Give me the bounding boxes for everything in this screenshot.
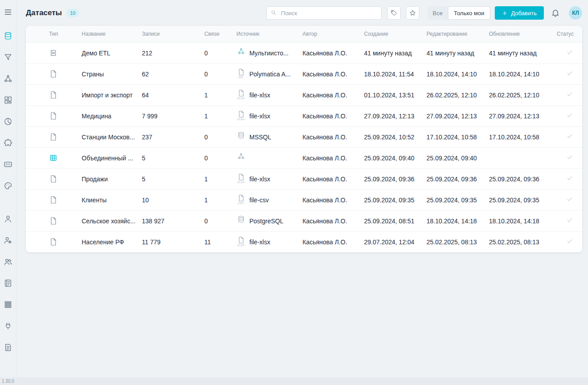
datasets-page: 1.30.0 Датасеты 10 Все Только мои [0, 0, 588, 385]
source-name: file-xlsx [249, 92, 270, 99]
updated-date: 25.09.2024, 09:35 [489, 189, 557, 210]
status-check-icon [566, 217, 573, 224]
notifications-button[interactable] [551, 8, 560, 17]
star-icon [409, 9, 416, 17]
page-header: Датасеты 10 Все Только мои [26, 0, 582, 26]
sidebar-item-user-settings[interactable] [3, 235, 13, 245]
file-icon [49, 175, 58, 183]
table-row[interactable]: Станции Москов... 237 0 MSSQL Касьянова … [26, 126, 582, 147]
puzzle-icon [4, 138, 12, 147]
user-icon [4, 214, 12, 223]
ownership-filter: Все Только мои [427, 6, 490, 20]
sidebar-item-profile[interactable] [3, 214, 13, 224]
sidebar-item-datasets[interactable] [3, 31, 13, 41]
tag-icon [390, 9, 398, 17]
multisource-icon [237, 47, 245, 55]
status-check-icon [566, 196, 573, 203]
source-file-extension: XLSX [236, 181, 245, 184]
sidebar-item-journal[interactable] [3, 278, 13, 288]
status-check-icon [566, 175, 573, 182]
dataset-author: Касьянова Л.О. [302, 210, 364, 231]
tags-filter-button[interactable] [387, 6, 401, 20]
column-header: Название [82, 26, 142, 42]
file-icon [49, 70, 58, 78]
layout-icon [4, 96, 12, 105]
table-row[interactable]: Демо ETL 212 0 Мультиисто... Касьянова Л… [26, 42, 582, 63]
sidebar-item-catalog[interactable] [3, 300, 13, 310]
table-row[interactable]: Клиенты 10 1 CSV file-csv Касьянова Л.О.… [26, 189, 582, 210]
dataset-records: 212 [142, 42, 204, 63]
source-icon-wrap: XLSX [236, 89, 245, 101]
favorites-filter-button[interactable] [406, 6, 419, 20]
table-row[interactable]: Импорт и экспорт 64 1 XLSX file-xlsx Кас… [26, 84, 582, 105]
created-date: 29.07.2024, 12:04 [364, 231, 427, 252]
edited-date: 18.10.2024, 14:18 [427, 210, 489, 231]
file-icon [237, 68, 245, 76]
add-dataset-button[interactable]: Добавить [495, 6, 544, 20]
sidebar-item-dashboards[interactable] [3, 95, 13, 105]
source-name: file-xlsx [249, 113, 270, 120]
dataset-links: 0 [204, 63, 236, 84]
status-check-icon [566, 238, 573, 245]
source-file-extension: CSV [236, 202, 245, 205]
source-icon-wrap [236, 152, 245, 164]
status-check-icon [566, 91, 573, 98]
search-input[interactable] [266, 6, 381, 20]
sidebar-item-filters[interactable] [3, 52, 13, 62]
table-row[interactable]: Объединенный ... 5 0 Касьянова Л.О. 25.0… [26, 147, 582, 168]
filter-mine-button[interactable]: Только мои [448, 6, 490, 20]
dataset-author: Касьянова Л.О. [302, 189, 364, 210]
filter-all-button[interactable]: Все [427, 6, 448, 20]
sidebar-item-themes[interactable] [3, 181, 13, 191]
created-date: 25.09.2024, 09:35 [364, 189, 427, 210]
plus-icon [502, 10, 508, 16]
merged-table-icon [49, 154, 58, 162]
updated-date: 18.10.2024, 14:18 [489, 210, 557, 231]
column-header: Редактирование [427, 26, 489, 42]
search-icon [270, 9, 277, 16]
edited-date: 25.09.2024, 09:40 [427, 147, 489, 168]
sidebar-item-svg-editor[interactable] [3, 159, 13, 169]
file-icon [49, 238, 58, 246]
sidebar-item-processes[interactable] [3, 74, 13, 84]
status-check-icon [566, 49, 573, 56]
grid-icon [4, 300, 12, 309]
table-row[interactable]: Сельское хозяйс... 138 927 0 PostgreSQL … [26, 210, 582, 231]
created-date: 25.09.2024, 10:52 [364, 126, 427, 147]
file-icon [237, 89, 245, 97]
header-actions: Все Только мои Добавить КЛ [266, 6, 582, 20]
dataset-links: 1 [204, 189, 236, 210]
dataset-name: Объединенный ... [82, 147, 142, 168]
table-row[interactable]: Население РФ 11 779 11 XLSX file-xlsx Ка… [26, 231, 582, 252]
dataset-links: 0 [204, 147, 236, 168]
dataset-name: Продажи [82, 168, 142, 189]
source-name: file-csv [249, 197, 269, 204]
file-icon [49, 133, 58, 141]
dataset-name: Страны [82, 63, 142, 84]
database-icon [4, 31, 12, 40]
dataset-links: 0 [204, 210, 236, 231]
users-icon [4, 257, 12, 266]
table-row[interactable]: Продажи 5 1 XLSX file-xlsx Касьянова Л.О… [26, 168, 582, 189]
hamburger-menu-icon [4, 8, 12, 17]
dataset-name: Демо ETL [82, 42, 142, 63]
database-icon [237, 215, 245, 223]
table-row[interactable]: Медицина 7 999 1 XLSX file-xlsx Касьянов… [26, 105, 582, 126]
sidebar-item-groups[interactable] [3, 257, 13, 267]
user-gear-icon [4, 236, 12, 245]
sidebar-item-connections[interactable] [3, 321, 13, 331]
sidebar-item-logs[interactable] [3, 343, 13, 352]
dataset-records: 64 [142, 84, 204, 105]
column-header: Создание [364, 26, 427, 42]
table-row[interactable]: Страны 62 0 API Polymatica A... Касьянов… [26, 63, 582, 84]
file-icon [49, 196, 58, 204]
created-date: 25.09.2024, 09:36 [364, 168, 427, 189]
user-avatar[interactable]: КЛ [569, 6, 582, 20]
sidebar-item-plugins[interactable] [3, 138, 13, 148]
sidebar-item-reports[interactable] [3, 117, 13, 126]
file-icon [237, 194, 245, 202]
table-body: Демо ETL 212 0 Мультиисто... Касьянова Л… [26, 42, 582, 252]
dataset-author: Касьянова Л.О. [302, 42, 364, 63]
edited-date: 25.09.2024, 09:35 [427, 189, 489, 210]
menu-toggle-button[interactable] [3, 7, 13, 17]
